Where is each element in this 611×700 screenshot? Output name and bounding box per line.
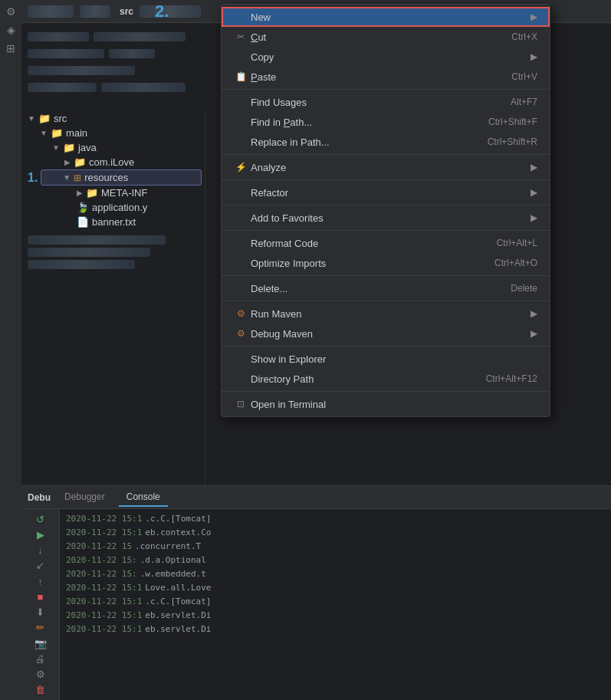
menu-item-analyze[interactable]: ⚡ Analyze ▶ xyxy=(222,157,550,177)
camera-btn[interactable]: 📷 xyxy=(30,636,51,650)
log-class: .d.a.Optional xyxy=(140,554,206,567)
log-line: 2020-11-22 15 .concurrent.T xyxy=(66,540,605,554)
folder-icon: 📁 xyxy=(63,142,75,153)
print-btn[interactable]: 🖨 xyxy=(30,652,51,665)
tree-item-comiLove[interactable]: ▶ 📁 com.iLove xyxy=(21,155,205,169)
menu-item-copy[interactable]: Copy ▶ xyxy=(222,47,550,67)
edit-btn[interactable]: ✏ xyxy=(30,621,51,635)
menu-item-find-path[interactable]: Find in Path... Ctrl+Shift+F xyxy=(222,112,550,132)
step2-label: 2. xyxy=(152,0,172,23)
submenu-arrow: ▶ xyxy=(531,187,537,198)
folder-icon: 📁 xyxy=(74,156,86,168)
tree-item-resources[interactable]: ▼ ⊞ resources xyxy=(41,169,202,186)
folder-icon: 📁 xyxy=(51,127,63,139)
submenu-arrow: ▶ xyxy=(531,12,537,22)
tree-item-banner[interactable]: 📄 banner.txt xyxy=(21,215,205,229)
menu-item-cut[interactable]: ✂ Cut Ctrl+X xyxy=(222,27,550,47)
menu-item-run-maven[interactable]: ⚙ Run Maven ▶ xyxy=(222,304,550,324)
shortcut-label: Ctrl+Shift+F xyxy=(488,117,537,127)
menu-item-label: Open in Terminal xyxy=(251,399,537,410)
log-line: 2020-11-22 15:1 .c.C.[Tomcat] xyxy=(66,512,605,526)
menu-item-new[interactable]: New ▶ xyxy=(222,7,550,27)
tree-item-main[interactable]: ▼ 📁 main xyxy=(21,126,205,140)
tree-item-java[interactable]: ▼ 📁 java xyxy=(21,140,205,155)
menu-item-label: Run Maven xyxy=(251,308,524,320)
expand-arrow: ▼ xyxy=(52,143,60,152)
shortcut-label: Ctrl+Alt+O xyxy=(494,258,537,268)
tree-label: banner.txt xyxy=(92,216,136,228)
menu-item-debug-maven[interactable]: ⚙ Debug Maven ▶ xyxy=(222,324,550,343)
menu-divider xyxy=(222,391,550,392)
tree-label: main xyxy=(66,127,87,139)
tab-debugger[interactable]: Debugger xyxy=(57,488,113,507)
menu-item-label: Find in Path... xyxy=(251,117,473,128)
log-time: 2020-11-22 15: xyxy=(66,567,137,581)
menu-item-label: Replace in Path... xyxy=(251,136,472,148)
menu-item-optimize[interactable]: Optimize Imports Ctrl+Alt+O xyxy=(222,253,550,273)
step-over-btn[interactable]: ↓ xyxy=(30,544,51,557)
log-class: Love.all.Love xyxy=(145,581,211,595)
tree-item-metainf[interactable]: ▶ 📁 META-INF xyxy=(21,186,205,200)
menu-item-label: Find Usages xyxy=(251,97,495,108)
menu-item-label: New xyxy=(251,12,524,23)
file-icon: 📄 xyxy=(77,216,89,228)
expand-arrow: ▶ xyxy=(77,189,83,197)
submenu-arrow: ▶ xyxy=(531,162,537,173)
toolbar-icon-1[interactable]: ⚙ xyxy=(2,3,19,20)
scissors-icon: ✂ xyxy=(234,31,248,42)
menu-item-open-terminal[interactable]: ⊡ Open in Terminal xyxy=(222,394,550,414)
log-class: .w.embedded.t xyxy=(140,567,206,581)
debug-toolbar: ↺ ▶ ↓ ↙ ↑ ■ ⬇ ✏ 📷 🖨 ⚙ 🗑 xyxy=(21,509,60,700)
menu-item-dir-path[interactable]: Directory Path Ctrl+Alt+F12 xyxy=(222,369,550,389)
menu-item-replace-path[interactable]: Replace in Path... Ctrl+Shift+R xyxy=(222,132,550,152)
step-into-btn[interactable]: ↙ xyxy=(30,559,51,573)
toolbar-icon-2[interactable]: ◈ xyxy=(2,21,19,38)
menu-item-reformat[interactable]: Reformat Code Ctrl+Alt+L xyxy=(222,233,550,253)
step-out-btn[interactable]: ↑ xyxy=(30,574,51,588)
menu-item-refactor[interactable]: Refactor ▶ xyxy=(222,182,550,202)
expand-arrow: ▼ xyxy=(40,129,48,137)
tab-console[interactable]: Console xyxy=(119,488,168,507)
maven-debug-icon: ⚙ xyxy=(234,328,248,339)
stop-btn[interactable]: ■ xyxy=(30,590,51,603)
terminal-icon: ⊡ xyxy=(234,399,248,409)
src-label: src xyxy=(120,6,133,17)
menu-divider xyxy=(222,179,550,180)
submenu-arrow: ▶ xyxy=(531,328,537,339)
menu-item-label: Delete... xyxy=(251,283,495,294)
tree-label: java xyxy=(78,142,97,153)
menu-item-paste[interactable]: 📋 Paste Ctrl+V xyxy=(222,67,550,87)
menu-item-label: Optimize Imports xyxy=(251,258,479,269)
log-time: 2020-11-22 15:1 xyxy=(66,581,142,595)
menu-item-label: Reformat Code xyxy=(251,238,481,249)
close-btn[interactable]: 🗑 xyxy=(30,683,51,697)
menu-item-add-favorites[interactable]: Add to Favorites ▶ xyxy=(222,208,550,228)
ide-main: src 2. ▼ xyxy=(21,0,611,700)
menu-item-delete[interactable]: Delete... Delete xyxy=(222,278,550,298)
resources-icon: ⊞ xyxy=(74,173,81,183)
log-line: 2020-11-22 15: .d.a.Optional xyxy=(66,554,605,567)
menu-item-label: Analyze xyxy=(251,162,524,173)
tree-label: com.iLove xyxy=(89,156,134,168)
log-class: .c.C.[Tomcat] xyxy=(145,512,211,526)
tree-item-application[interactable]: 🍃 application.y xyxy=(21,200,205,215)
tree-item-src[interactable]: ▼ 📁 src xyxy=(21,111,205,126)
submenu-arrow: ▶ xyxy=(531,308,537,319)
folder-icon: 📁 xyxy=(86,187,98,199)
menu-divider xyxy=(222,154,550,155)
menu-divider xyxy=(222,301,550,301)
menu-item-label: Paste xyxy=(251,71,496,83)
menu-divider xyxy=(222,275,550,276)
maven-icon: ⚙ xyxy=(234,308,248,319)
context-menu: New ▶ ✂ Cut Ctrl+X Copy ▶ 📋 Paste Ctrl+V… xyxy=(221,4,550,417)
menu-item-find-usages[interactable]: Find Usages Alt+F7 xyxy=(222,92,550,112)
pin-btn[interactable]: ⬇ xyxy=(30,606,51,619)
resume-btn[interactable]: ▶ xyxy=(30,527,51,541)
settings-btn[interactable]: ⚙ xyxy=(30,668,51,682)
restart-btn[interactable]: ↺ xyxy=(30,512,51,526)
shortcut-label: Delete xyxy=(511,283,537,294)
menu-item-show-explorer[interactable]: Show in Explorer xyxy=(222,349,550,369)
toolbar-icon-3[interactable]: ⊞ xyxy=(2,40,19,57)
log-time: 2020-11-22 15:1 xyxy=(66,595,142,609)
menu-item-label: Add to Favorites xyxy=(251,212,524,224)
